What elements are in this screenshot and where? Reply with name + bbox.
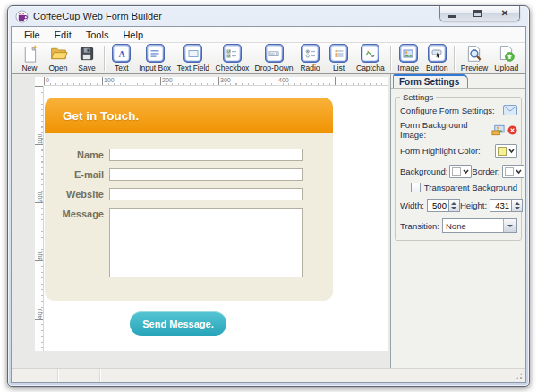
remove-background-image-button[interactable] [507,125,517,135]
list-icon [329,44,348,63]
maximize-button[interactable] [465,6,490,21]
preview-button[interactable]: Preview [457,43,490,73]
transparent-background-checkbox[interactable] [411,183,421,192]
input-box-button[interactable]: Input Box [136,43,175,73]
captcha-button[interactable]: Captcha [354,43,388,73]
name-input[interactable] [109,149,303,161]
height-spin-buttons[interactable] [512,199,523,212]
border-color-dropdown[interactable] [502,165,524,178]
drop-down-icon [265,44,284,63]
client-area: File Edit Tools Help New Open Save A Tex… [11,26,526,383]
ruler-label: 100 [37,131,43,149]
document-viewport: 0 100 200 300 400 100 200 300 400 [35,77,388,351]
toolbar-separator [454,46,455,71]
website-input[interactable] [109,188,303,200]
minimize-icon [448,15,456,18]
height-stepper [490,199,523,212]
width-spin-buttons[interactable] [449,199,460,212]
height-input[interactable] [490,199,512,212]
drop-down-button[interactable]: Drop-Down [252,43,296,73]
maximize-icon [473,10,482,17]
radio-icon [301,44,320,63]
input-box-icon [146,44,165,63]
menu-edit[interactable]: Edit [47,29,79,41]
close-icon: ✕ [501,9,508,18]
checkbox-icon [223,44,242,63]
ruler-corner [35,77,44,86]
send-message-button[interactable]: Send Message. [130,311,226,336]
spin-down-icon [451,207,456,209]
chevron-down-icon [507,225,513,227]
save-button[interactable]: Save [72,43,101,73]
new-document-icon [21,44,39,63]
email-label: E-mail [48,168,104,181]
background-color-swatch [452,167,461,176]
app-window: CoffeeCup Web Form Builder ✕ File Edit T… [7,5,530,387]
transition-select[interactable]: None [442,218,517,233]
image-button[interactable]: Image [394,43,422,73]
text-icon: A [112,44,131,63]
configure-row: Configure Form Settings: [400,105,517,115]
height-label: Height: [460,200,487,210]
upload-button[interactable]: Upload [491,43,522,73]
radio-button[interactable]: Radio [296,43,325,73]
form-header[interactable]: Get in Touch. [45,98,333,133]
checkbox-button[interactable]: Checkbox [212,43,251,73]
picture-icon [491,124,505,136]
resize-grip-icon[interactable] [515,371,524,380]
transition-value: None [446,221,466,231]
form-settings-tab[interactable]: Form Settings [393,74,468,88]
width-input[interactable] [427,199,449,212]
choose-background-image-button[interactable] [491,124,505,136]
chevron-down-icon [508,148,515,154]
size-row: Width: Height: [400,199,517,212]
ruler-label: 400 [278,77,289,83]
transition-label: Transition: [400,221,439,231]
menu-help[interactable]: Help [115,29,150,41]
new-button[interactable]: New [15,43,44,73]
settings-group-label: Settings [400,92,436,102]
menu-bar: File Edit Tools Help [12,27,525,43]
list-button[interactable]: List [325,43,354,73]
email-input[interactable] [109,168,303,181]
ruler-label: 300 [220,77,231,83]
border-color-label: Border: [472,166,499,176]
minimize-button[interactable] [440,6,465,21]
ruler-label: 100 [104,77,115,83]
ruler-label: 200 [37,189,43,207]
open-button[interactable]: Open [44,43,72,73]
design-canvas[interactable]: 0 100 200 300 400 100 200 300 400 [12,74,391,368]
background-color-dropdown[interactable] [449,165,472,178]
form-body[interactable]: Name E-mail Website [45,133,333,301]
web-form[interactable]: Get in Touch. Name E-mail [45,98,333,301]
menu-tools[interactable]: Tools [79,29,116,41]
menu-file[interactable]: File [17,29,47,41]
highlight-color-dropdown[interactable] [495,144,517,158]
form-title: Get in Touch. [45,109,139,123]
ruler-label: 400 [37,305,43,323]
toolbar-separator [390,46,391,71]
transparent-background-row: Transparent Background [400,183,517,192]
form-page[interactable]: Get in Touch. Name E-mail [44,86,388,351]
highlight-color-row: Form Highlight Color: [400,144,517,158]
status-cell [12,369,58,382]
toolbar-separator [104,46,105,71]
chevron-down-icon [463,168,469,175]
horizontal-ruler: 0 100 200 300 400 [44,77,388,86]
website-label: Website [48,188,104,200]
close-button[interactable]: ✕ [490,6,519,21]
button-element-button[interactable]: Button [422,43,451,73]
message-textarea[interactable] [109,208,303,277]
status-cell [58,369,100,382]
form-settings-panel: Form Settings Settings Configure Form Se… [391,74,525,368]
image-icon [399,44,418,63]
spin-up-icon [515,202,520,205]
background-image-label: Form Background Image: [400,120,491,140]
text-field-button[interactable]: Text Field [174,43,212,73]
configure-settings-button[interactable] [503,105,517,115]
form-field-row: Name [45,149,333,161]
form-field-row: Website [45,188,333,200]
settings-group: Settings Configure Form Settings: Form B… [395,97,522,241]
select-dropdown-button[interactable] [503,219,516,232]
text-button[interactable]: A Text [107,43,136,73]
